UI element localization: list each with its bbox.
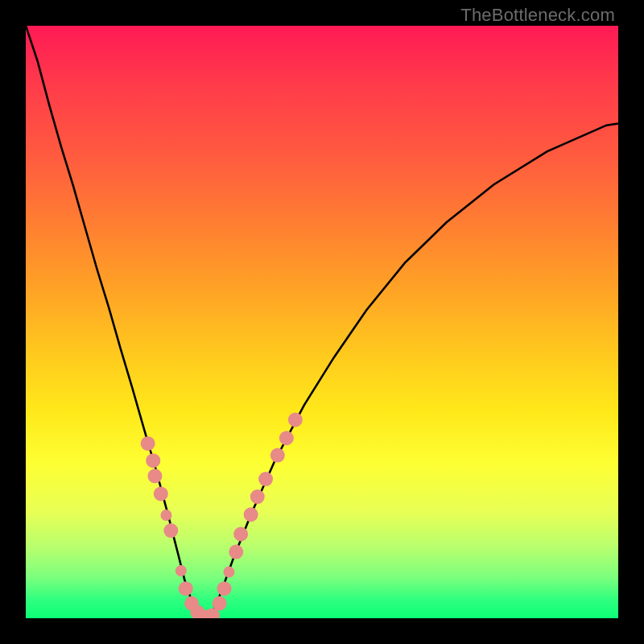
chart-markers xyxy=(141,412,303,618)
chart-curve xyxy=(26,26,618,618)
chart-marker xyxy=(244,507,258,522)
chart-marker xyxy=(154,486,168,501)
chart-svg xyxy=(26,26,618,618)
chart-marker xyxy=(179,581,193,596)
chart-marker xyxy=(258,472,273,486)
chart-marker xyxy=(160,510,171,521)
chart-plot-area xyxy=(26,26,618,618)
chart-marker xyxy=(223,567,234,578)
chart-marker xyxy=(213,597,227,611)
chart-marker xyxy=(279,431,294,445)
chart-marker xyxy=(163,523,178,538)
chart-marker xyxy=(288,412,303,427)
chart-marker xyxy=(233,526,248,541)
chart-frame: TheBottleneck.com xyxy=(0,0,644,644)
chart-marker xyxy=(229,545,243,559)
chart-marker xyxy=(175,565,187,576)
chart-marker xyxy=(146,453,160,468)
chart-marker xyxy=(147,469,162,483)
watermark-text: TheBottleneck.com xyxy=(460,5,615,26)
chart-marker xyxy=(270,448,285,463)
chart-marker xyxy=(250,489,265,504)
chart-marker xyxy=(141,436,155,451)
chart-marker xyxy=(217,581,232,596)
